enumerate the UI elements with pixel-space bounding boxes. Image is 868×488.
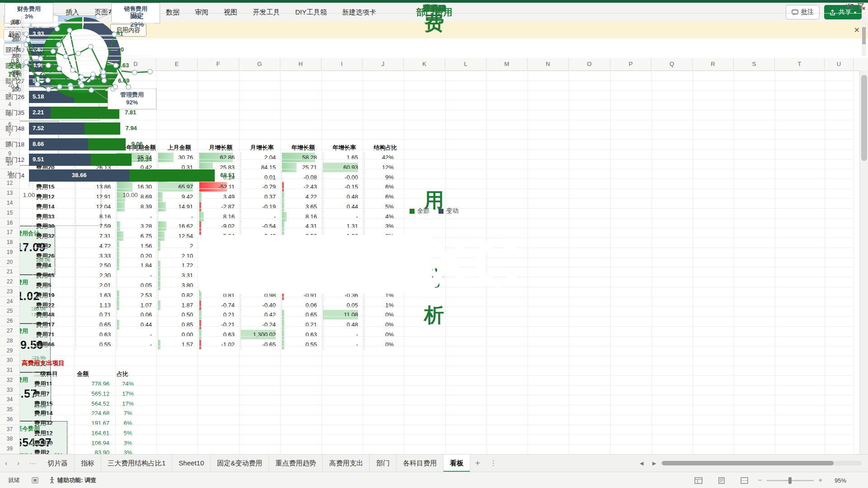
vertical-scrollbar-thumb[interactable]: [861, 75, 867, 161]
sheet-tab-三大费用结构占比1[interactable]: 三大费用结构占比1: [101, 455, 172, 472]
grid-column-line: [610, 70, 611, 454]
bar-total-value: 68.51: [220, 172, 235, 178]
table-cell: 2.04: [241, 153, 276, 162]
row-header-28[interactable]: 28: [0, 336, 20, 346]
grid-row-line: [20, 444, 854, 445]
horizontal-scrollbar[interactable]: [661, 461, 862, 465]
hscroll-right-icon[interactable]: ▶: [647, 455, 661, 472]
row-header-35[interactable]: 35: [0, 405, 20, 415]
high-table-name: 费用12: [34, 428, 74, 438]
row-header-31[interactable]: 31: [0, 366, 20, 375]
grid-row-line: [20, 356, 854, 356]
column-header-H[interactable]: H: [280, 58, 321, 70]
column-header-I[interactable]: I: [321, 58, 363, 70]
high-table-pct: 5%: [117, 428, 139, 438]
zoom-level[interactable]: 95%: [835, 477, 846, 484]
column-header-F[interactable]: F: [198, 58, 239, 70]
table-cell: 25.71: [282, 163, 317, 172]
high-table-pct: 24%: [117, 379, 139, 389]
sheet-tab-固定&变动费用[interactable]: 固定&变动费用: [211, 455, 269, 472]
column-header-Q[interactable]: Q: [651, 58, 693, 70]
grid-column-line: [198, 70, 198, 454]
sheet-tab-切片器[interactable]: 切片器: [41, 455, 75, 472]
hscroll-left-icon[interactable]: ◀: [635, 455, 648, 472]
tab-more-button[interactable]: ⋮: [485, 455, 502, 472]
row-header-19[interactable]: 19: [0, 248, 20, 258]
sheet-tab-重点费用趋势[interactable]: 重点费用趋势: [269, 455, 323, 472]
high-table-amount: 778.96: [77, 379, 109, 389]
column-header-R[interactable]: R: [693, 58, 734, 70]
svg-text:150: 150: [11, 70, 21, 76]
high-table-header-0: 二级科目: [34, 369, 74, 379]
high-table-name: 费用14: [34, 408, 74, 418]
column-header-L[interactable]: L: [445, 58, 486, 70]
high-table-header-2: 占比: [117, 369, 139, 379]
normal-view-icon[interactable]: [694, 477, 703, 484]
accessibility-person-icon[interactable]: [49, 477, 55, 484]
column-header-J[interactable]: J: [363, 58, 404, 70]
page-break-view-icon[interactable]: [741, 477, 748, 484]
table-cell: 12.54: [158, 231, 193, 241]
grid-column-line: [693, 70, 693, 454]
table-cell: -0.54: [241, 221, 276, 231]
row-header-17[interactable]: 17: [0, 228, 20, 238]
column-header-T[interactable]: T: [775, 58, 825, 70]
table-cell: 0.01: [241, 173, 276, 182]
zoom-in-icon[interactable]: +: [818, 476, 822, 484]
table-cell: 6.75: [117, 231, 152, 241]
zoom-slider[interactable]: [767, 480, 814, 481]
sheet-tab-部门[interactable]: 部门: [370, 455, 396, 472]
sheet-tab-各科目费用[interactable]: 各科目费用: [396, 455, 443, 472]
spreadsheet-app: 文件开始插入页面布局公式数据审阅视图开发工具DIY工具箱新建选项卡 批注 共享 …: [0, 0, 868, 488]
column-header-U[interactable]: U: [825, 58, 854, 70]
row-header-33[interactable]: 33: [0, 385, 20, 395]
sheet-tab-看板[interactable]: 看板: [443, 455, 470, 472]
row-header-30[interactable]: 30: [0, 356, 20, 366]
zoom-slider-thumb[interactable]: [788, 477, 792, 484]
horizontal-scrollbar-thumb[interactable]: [662, 461, 834, 465]
formula-input[interactable]: [119, 38, 868, 58]
column-header-O[interactable]: O: [569, 58, 610, 70]
tab-scroll-right-icon[interactable]: ›: [12, 455, 24, 472]
accessibility-label[interactable]: 辅助功能: 调查: [57, 476, 96, 484]
high-table-name: 费用32: [34, 418, 74, 428]
row-header-38[interactable]: 38: [0, 434, 20, 444]
tab-list-dots-icon[interactable]: ···: [24, 455, 41, 472]
high-table-amount: 224.68: [77, 408, 109, 418]
record-macro-icon[interactable]: [32, 477, 38, 483]
zoom-out-icon[interactable]: −: [758, 476, 762, 484]
column-header-S[interactable]: S: [734, 58, 775, 70]
row-header-37[interactable]: 37: [0, 425, 20, 435]
sheet-tab-指标[interactable]: 指标: [75, 455, 101, 472]
bar-segment-variable[interactable]: 7.52: [29, 122, 85, 135]
column-header-M[interactable]: M: [486, 58, 528, 70]
table-cell: 4.31: [282, 221, 317, 231]
row-header-39[interactable]: 39: [0, 444, 20, 454]
column-header-N[interactable]: N: [528, 58, 569, 70]
table-cell: 12%: [364, 163, 394, 172]
grid-row-line: [20, 375, 854, 376]
grid-row-line: [20, 395, 854, 395]
bar-segment-variable[interactable]: 8.66: [29, 138, 88, 150]
add-sheet-button[interactable]: +: [470, 455, 485, 472]
row-header-32[interactable]: 32: [0, 375, 20, 385]
table-cell: 58.28: [282, 153, 317, 162]
bar-segment-variable[interactable]: 38.66: [29, 169, 129, 182]
sheet-tab-Sheet10[interactable]: Sheet10: [172, 455, 211, 472]
column-header-K[interactable]: K: [404, 58, 445, 70]
status-bar: 就绪 辅助功能: 调查 − + 95%: [0, 472, 868, 488]
row-header-34[interactable]: 34: [0, 395, 20, 405]
sheet-tab-高费用支出[interactable]: 高费用支出: [323, 455, 370, 472]
row-header-36[interactable]: 36: [0, 415, 20, 425]
column-header-G[interactable]: G: [239, 58, 280, 70]
table-cell: 2.10: [158, 251, 193, 261]
vertical-scrollbar[interactable]: [859, 70, 868, 454]
row-header-16[interactable]: 16: [0, 218, 20, 228]
page-layout-view-icon[interactable]: [718, 477, 725, 484]
tab-scroll-left-icon[interactable]: ‹: [0, 455, 12, 472]
high-table-name: 费用7: [34, 389, 74, 399]
row-header-18[interactable]: 18: [0, 238, 20, 248]
row-header-29[interactable]: 29: [0, 346, 20, 356]
column-header-P[interactable]: P: [610, 58, 651, 70]
bar-segment-variable[interactable]: 9.51: [29, 154, 91, 166]
